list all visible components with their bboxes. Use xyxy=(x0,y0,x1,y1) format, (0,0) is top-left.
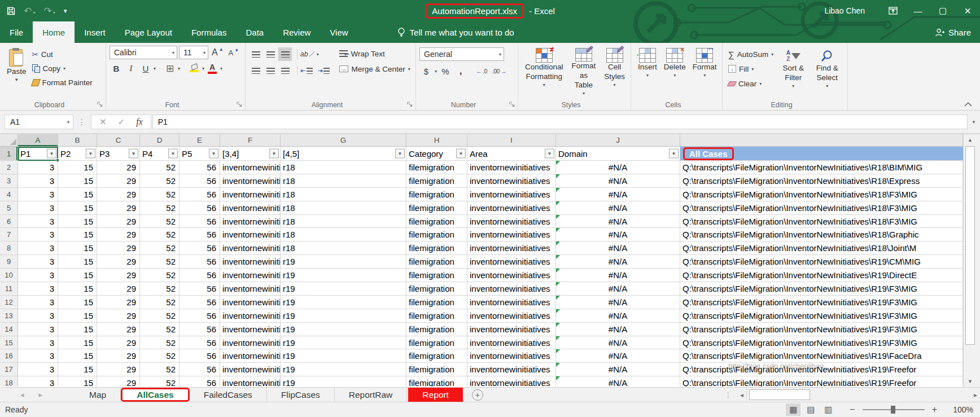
cell[interactable]: filemigration xyxy=(406,269,467,282)
cell[interactable]: r18 xyxy=(281,242,406,255)
cell[interactable]: 52 xyxy=(140,174,180,188)
cell[interactable]: 52 xyxy=(140,228,180,242)
insert-function-icon[interactable]: fx xyxy=(136,117,143,127)
page-layout-view-icon[interactable]: ▤ xyxy=(803,403,818,416)
cell[interactable]: 52 xyxy=(140,349,180,363)
row-header-11[interactable]: 11 xyxy=(0,282,18,296)
expand-formula-bar-icon[interactable]: ▾ xyxy=(968,119,980,125)
cell[interactable]: 15 xyxy=(58,242,97,255)
cell[interactable]: filemigration xyxy=(406,201,467,215)
cell[interactable]: 56 xyxy=(180,363,220,376)
cell[interactable]: inventornewinitiatives xyxy=(220,296,281,309)
cell[interactable]: 3 xyxy=(18,174,58,188)
decrease-indent-button[interactable]: ⇤ xyxy=(299,64,314,77)
conditional-formatting-button[interactable]: ≠ Conditional Formatting▾ xyxy=(522,46,567,99)
tab-splitter-icon[interactable]: ⋮ xyxy=(725,391,732,399)
filter-dropdown-icon[interactable]: ▼ xyxy=(456,149,466,159)
cell[interactable]: Q:\transcripts\FileMigration\InventorNew… xyxy=(680,201,963,215)
cell[interactable]: 3 xyxy=(18,269,58,282)
cell[interactable]: inventornewinitiatives xyxy=(467,174,556,188)
header-cell-A1[interactable]: P1▼ xyxy=(18,147,58,161)
cell[interactable]: 3 xyxy=(18,296,58,309)
fill-color-caret[interactable]: ▾ xyxy=(202,66,204,71)
cell[interactable]: 3 xyxy=(18,242,58,255)
cell[interactable]: Q:\transcripts\FileMigration\InventorNew… xyxy=(680,323,963,336)
vertical-scroll-thumb[interactable] xyxy=(965,146,975,345)
row-header-4[interactable]: 4 xyxy=(0,188,18,201)
cell[interactable]: Q:\transcripts\FileMigration\InventorNew… xyxy=(680,215,963,229)
ribbon-tab-view[interactable]: View xyxy=(320,21,357,43)
filter-dropdown-icon[interactable]: ▼ xyxy=(395,149,405,159)
zoom-level[interactable]: 100% xyxy=(950,405,973,414)
cell[interactable]: 52 xyxy=(140,255,180,269)
ribbon-tab-review[interactable]: Review xyxy=(273,21,320,43)
header-cell-I1[interactable]: Area▼ xyxy=(467,147,556,161)
cell[interactable]: 15 xyxy=(58,201,97,215)
cell[interactable]: 29 xyxy=(97,309,140,323)
bold-button[interactable]: B xyxy=(110,62,123,75)
cell[interactable]: 29 xyxy=(97,161,140,174)
cell[interactable]: 29 xyxy=(97,376,140,387)
fill-handle[interactable] xyxy=(56,159,59,162)
row-header-1[interactable]: 1 xyxy=(0,147,18,161)
comma-style-button[interactable]: , xyxy=(454,64,467,78)
cell[interactable]: Q:\transcripts\FileMigration\InventorNew… xyxy=(680,255,963,269)
cell[interactable]: filemigration xyxy=(406,349,467,363)
enter-icon[interactable]: ✓ xyxy=(118,117,125,127)
cell[interactable]: r19 xyxy=(281,255,406,269)
ribbon-display-options-icon[interactable] xyxy=(881,0,905,21)
cell[interactable]: inventornewinitiatives xyxy=(467,376,556,387)
filter-dropdown-icon[interactable]: ▼ xyxy=(209,149,218,159)
cell[interactable]: r18 xyxy=(281,228,406,242)
cell[interactable]: 29 xyxy=(97,201,140,215)
header-cell-C1[interactable]: P3▼ xyxy=(97,147,140,161)
cell[interactable]: 3 xyxy=(18,282,58,296)
align-left-button[interactable] xyxy=(249,64,262,77)
wrap-text-button[interactable]: ↩ Wrap Text xyxy=(337,47,412,60)
cell[interactable]: 52 xyxy=(140,269,180,282)
underline-button[interactable]: U xyxy=(139,62,152,75)
cell[interactable]: filemigration xyxy=(406,336,467,350)
sort-filter-button[interactable]: AZ Sort & Filter▾ xyxy=(776,46,811,99)
cell[interactable]: 56 xyxy=(180,174,220,188)
cell[interactable]: 29 xyxy=(97,282,140,296)
underline-caret[interactable]: ▾ xyxy=(154,66,156,71)
row-header-12[interactable]: 12 xyxy=(0,296,18,309)
cell[interactable]: #N/A xyxy=(556,349,680,363)
cell[interactable]: r18 xyxy=(281,188,406,201)
cell[interactable]: 56 xyxy=(180,161,220,174)
cell[interactable]: 56 xyxy=(180,336,220,350)
sheet-tab-reportraw[interactable]: ReportRaw xyxy=(335,388,408,402)
row-header-3[interactable]: 3 xyxy=(0,174,18,188)
cell[interactable]: #N/A xyxy=(556,376,680,387)
header-cell-E1[interactable]: P5▼ xyxy=(180,147,220,161)
cell[interactable]: 56 xyxy=(180,349,220,363)
orientation-button[interactable]: ab⟋ xyxy=(299,47,316,61)
cell[interactable]: 29 xyxy=(97,174,140,188)
name-box[interactable]: A1▾ xyxy=(5,115,73,129)
cell[interactable]: Q:\transcripts\FileMigration\InventorNew… xyxy=(680,376,963,387)
cell[interactable]: filemigration xyxy=(406,215,467,229)
cell[interactable]: r19 xyxy=(281,269,406,282)
number-dialog-launcher-icon[interactable] xyxy=(509,102,515,108)
cell[interactable]: 52 xyxy=(140,376,180,387)
cell[interactable]: 56 xyxy=(180,376,220,387)
filter-dropdown-icon[interactable]: ▼ xyxy=(47,149,56,159)
font-color-caret[interactable]: ▾ xyxy=(220,66,222,71)
cell[interactable]: 3 xyxy=(18,349,58,363)
cell[interactable]: 29 xyxy=(97,296,140,309)
sheet-tab-report[interactable]: Report xyxy=(408,388,463,402)
cell[interactable]: 56 xyxy=(180,188,220,201)
filter-dropdown-icon[interactable]: ▼ xyxy=(129,149,138,159)
cancel-icon[interactable]: ✕ xyxy=(99,117,107,127)
borders-button[interactable]: ⊞ xyxy=(163,62,177,75)
cell[interactable]: 15 xyxy=(58,269,97,282)
cell[interactable]: 3 xyxy=(18,188,58,201)
cell[interactable]: 29 xyxy=(97,363,140,376)
cell[interactable]: r19 xyxy=(281,349,406,363)
column-header-J[interactable]: J xyxy=(556,134,680,147)
middle-align-button[interactable] xyxy=(264,47,277,61)
scroll-up-icon[interactable]: ▲ xyxy=(964,134,977,146)
italic-button[interactable]: I xyxy=(124,62,138,75)
cell[interactable]: #N/A xyxy=(556,228,680,242)
